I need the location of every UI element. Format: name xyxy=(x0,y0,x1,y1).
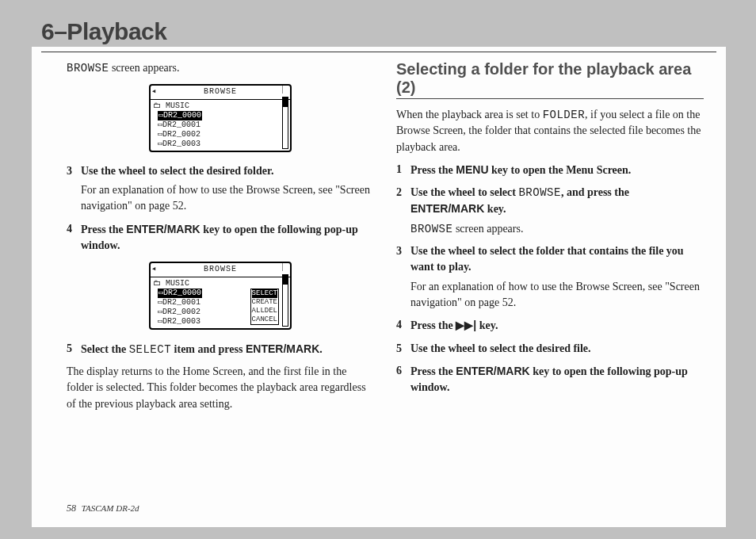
footer-label: TASCAM DR-2d xyxy=(82,503,139,513)
lcd-title: BROWSE xyxy=(151,86,290,100)
menu-key: MENU xyxy=(456,163,488,176)
step-text: Use the wheel to select the folder that … xyxy=(410,243,704,276)
step-text: Use the wheel to select the desired fold… xyxy=(81,163,374,179)
popup-item: CANCEL xyxy=(252,315,277,324)
enter-mark-key: ENTER/MARK xyxy=(410,202,484,215)
header-rule xyxy=(41,52,716,52)
scrollbar-thumb xyxy=(283,275,288,285)
step-text: Use the wheel to select BROWSE, and pres… xyxy=(410,185,704,218)
lcd-item: ▭DR2_0003 xyxy=(153,140,288,149)
lcd-scrollbar xyxy=(282,97,288,149)
lcd-root: 🗀 MUSIC xyxy=(153,101,288,111)
step-number: 3 xyxy=(67,163,81,179)
lcd-scrollbar xyxy=(282,274,288,327)
chapter-title: 6–Playback xyxy=(41,18,716,45)
step-text: Press the ENTER/MARK key to open the fol… xyxy=(81,221,374,254)
step-number: 2 xyxy=(396,185,410,218)
step-number: 4 xyxy=(67,221,81,254)
enter-mark-key: ENTER/MARK xyxy=(126,223,200,235)
step-text: Select the SELECT item and press ENTER/M… xyxy=(81,341,374,357)
lcd-item-selected: ▭DR2_0000 xyxy=(158,289,202,298)
browse-label: BROWSE xyxy=(410,223,452,235)
step-text: Press the MENU key to open the Menu Scre… xyxy=(410,162,704,178)
lcd-body: 🗀 MUSIC ▭DR2_0000 ▭DR2_0001 ▭DR2_0002 ▭D… xyxy=(151,100,290,151)
step-4: 4 Press the ▶▶| key. xyxy=(396,317,704,334)
browse-word: BROWSE xyxy=(67,62,109,75)
lcd-item: ▭DR2_0002 xyxy=(153,130,288,140)
step-number: 1 xyxy=(396,162,410,178)
step-text: Press the ENTER/MARK key to open the fol… xyxy=(410,363,704,396)
scrollbar-thumb xyxy=(283,97,288,107)
lcd-item: ▭DR2_0001 xyxy=(153,120,288,130)
popup-item-selected: SELECT xyxy=(252,289,277,298)
manual-page: 6–Playback BROWSE screen appears. BROWSE… xyxy=(32,12,726,527)
step-3: 3 Use the wheel to select the folder tha… xyxy=(396,243,704,276)
step-3: 3 Use the wheel to select the desired fo… xyxy=(67,163,374,179)
popup-item: ALLDEL xyxy=(252,307,277,315)
section-heading: Selecting a folder for the playback area… xyxy=(396,60,704,99)
lcd-item: ▭DR2_0000 xyxy=(153,111,288,120)
lcd-item-selected: ▭DR2_0000 xyxy=(158,111,202,120)
right-column: Selecting a folder for the playback area… xyxy=(396,60,704,417)
step-1: 1 Press the MENU key to open the Menu Sc… xyxy=(396,162,704,178)
browse-appears-line: BROWSE screen appears. xyxy=(67,60,374,76)
skip-forward-icon: ▶▶| xyxy=(456,319,476,331)
chapter-header: 6–Playback xyxy=(32,12,726,47)
step-3-sub: For an explanation of how to use the Bro… xyxy=(410,279,704,312)
page-footer: 58 TASCAM DR-2d xyxy=(67,503,139,514)
lcd-root: 🗀 MUSIC xyxy=(153,279,288,289)
step-2-sub: BROWSE screen appears. xyxy=(410,221,704,237)
lcd-figure-browse-popup: BROWSE 🗀 MUSIC ▭DR2_0000 ▭DR2_0001 ▭DR2_… xyxy=(149,262,292,330)
lcd-figure-browse: BROWSE 🗀 MUSIC ▭DR2_0000 ▭DR2_0001 ▭DR2_… xyxy=(149,84,292,152)
step-5: 5 Use the wheel to select the desired fi… xyxy=(396,341,704,357)
result-paragraph: The display returns to the Home Screen, … xyxy=(67,364,374,412)
folder-label: FOLDER xyxy=(543,109,585,121)
browse-appears-rest: screen appears. xyxy=(109,62,179,74)
step-number: 4 xyxy=(396,317,410,334)
left-column: BROWSE screen appears. BROWSE 🗀 MUSIC ▭D… xyxy=(67,60,374,417)
page-number: 58 xyxy=(67,503,76,514)
enter-mark-key: ENTER/MARK xyxy=(456,365,529,377)
step-number: 5 xyxy=(67,341,81,357)
step-number: 5 xyxy=(396,341,410,357)
step-text: Press the ▶▶| key. xyxy=(410,317,704,334)
lcd-screen: BROWSE 🗀 MUSIC ▭DR2_0000 ▭DR2_0001 ▭DR2_… xyxy=(149,84,292,152)
content-columns: BROWSE screen appears. BROWSE 🗀 MUSIC ▭D… xyxy=(32,60,726,417)
step-number: 3 xyxy=(396,243,410,276)
popup-item: CREATE xyxy=(252,298,277,307)
step-3-sub: For an explanation of how to use the Bro… xyxy=(81,182,374,215)
lcd-title: BROWSE xyxy=(151,263,290,277)
lcd-screen: BROWSE 🗀 MUSIC ▭DR2_0000 ▭DR2_0001 ▭DR2_… xyxy=(149,262,292,330)
step-5: 5 Select the SELECT item and press ENTER… xyxy=(67,341,374,357)
step-number: 6 xyxy=(396,363,410,396)
browse-label: BROWSE xyxy=(518,186,560,199)
step-2: 2 Use the wheel to select BROWSE, and pr… xyxy=(396,185,704,218)
lcd-popup: SELECT CREATE ALLDEL CANCEL xyxy=(250,289,279,325)
step-text: Use the wheel to select the desired file… xyxy=(410,341,704,357)
lcd-body: 🗀 MUSIC ▭DR2_0000 ▭DR2_0001 ▭DR2_0002 ▭D… xyxy=(151,277,290,328)
select-label: SELECT xyxy=(129,343,171,356)
step-4: 4 Press the ENTER/MARK key to open the f… xyxy=(67,221,374,254)
enter-mark-key: ENTER/MARK xyxy=(246,342,319,355)
intro-paragraph: When the playback area is set to FOLDER,… xyxy=(396,107,704,155)
step-6: 6 Press the ENTER/MARK key to open the f… xyxy=(396,363,704,396)
